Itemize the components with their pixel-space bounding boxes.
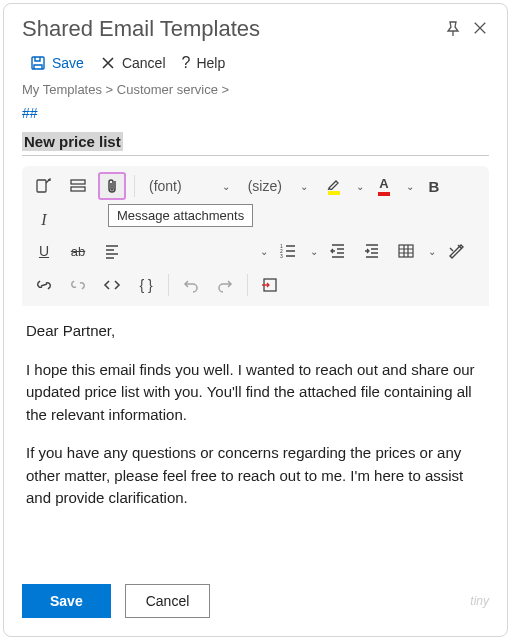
braces-button[interactable]: { } <box>132 271 160 299</box>
template-title-field[interactable]: New price list <box>22 129 489 156</box>
svg-rect-7 <box>399 245 413 257</box>
redo-button[interactable] <box>211 271 239 299</box>
attachment-button[interactable]: Message attachments <box>98 172 126 200</box>
layout-icon[interactable] <box>64 172 92 200</box>
cancel-action[interactable]: Cancel <box>100 55 166 71</box>
underline-button[interactable]: U <box>30 237 58 265</box>
body-paragraph-1: Dear Partner, <box>26 320 485 343</box>
footer-bar: Save Cancel tiny <box>4 570 507 636</box>
macro-icon[interactable] <box>30 172 58 200</box>
breadcrumb: My Templates > Customer service > <box>4 82 507 105</box>
shared-templates-panel: Shared Email Templates Save <box>3 3 508 637</box>
insert-template-button[interactable] <box>256 271 284 299</box>
breadcrumb-folder[interactable]: Customer service <box>117 82 218 97</box>
svg-rect-3 <box>71 187 85 191</box>
breadcrumb-root[interactable]: My Templates <box>22 82 102 97</box>
pin-icon[interactable] <box>445 21 461 37</box>
unlink-button[interactable] <box>64 271 92 299</box>
cancel-label: Cancel <box>122 55 166 71</box>
font-color-button[interactable]: A <box>370 172 398 200</box>
font-color-chevron[interactable]: ⌄ <box>406 181 414 192</box>
question-icon: ? <box>182 54 191 72</box>
clear-format-button[interactable] <box>442 237 470 265</box>
help-action[interactable]: ? Help <box>182 54 226 72</box>
undo-button[interactable] <box>177 271 205 299</box>
link-button[interactable] <box>30 271 58 299</box>
body-paragraph-2: I hope this email finds you well. I want… <box>26 359 485 427</box>
align-button[interactable] <box>98 237 126 265</box>
outdent-button[interactable] <box>324 237 352 265</box>
panel-title: Shared Email Templates <box>22 16 445 42</box>
save-label: Save <box>52 55 84 71</box>
tiny-logo: tiny <box>470 594 489 608</box>
numbered-list-button[interactable]: 123 <box>274 237 302 265</box>
source-code-button[interactable] <box>98 271 126 299</box>
panel-header: Shared Email Templates <box>4 4 507 48</box>
body-paragraph-3: If you have any questions or concerns re… <box>26 442 485 510</box>
editor-toolbar: Message attachments (font) ⌄ (size) ⌄ ⌄ … <box>22 166 489 306</box>
svg-rect-2 <box>71 180 85 184</box>
table-chevron[interactable]: ⌄ <box>428 246 436 257</box>
save-action[interactable]: Save <box>30 55 84 71</box>
editor-body[interactable]: Dear Partner, I hope this email finds yo… <box>22 306 489 570</box>
close-icon[interactable] <box>473 21 489 37</box>
action-bar: Save Cancel ? Help <box>4 48 507 82</box>
font-size-dropdown[interactable]: (size) ⌄ <box>242 172 314 200</box>
align-chevron[interactable]: ⌄ <box>260 246 268 257</box>
font-family-dropdown[interactable]: (font) ⌄ <box>143 172 236 200</box>
save-button[interactable]: Save <box>22 584 111 618</box>
help-label: Help <box>196 55 225 71</box>
tag-marker[interactable]: ## <box>4 105 507 129</box>
template-title-text: New price list <box>22 132 123 151</box>
strikethrough-button[interactable]: ab <box>64 237 92 265</box>
bold-button[interactable]: B <box>420 172 448 200</box>
numlist-chevron[interactable]: ⌄ <box>310 246 318 257</box>
attachment-tooltip: Message attachments <box>108 204 253 227</box>
indent-button[interactable] <box>358 237 386 265</box>
svg-rect-1 <box>37 180 46 192</box>
highlight-color-chevron[interactable]: ⌄ <box>356 181 364 192</box>
table-button[interactable] <box>392 237 420 265</box>
svg-text:3: 3 <box>280 253 283 259</box>
highlight-color-button[interactable] <box>320 172 348 200</box>
italic-button[interactable]: I <box>30 206 58 234</box>
cancel-button[interactable]: Cancel <box>125 584 211 618</box>
